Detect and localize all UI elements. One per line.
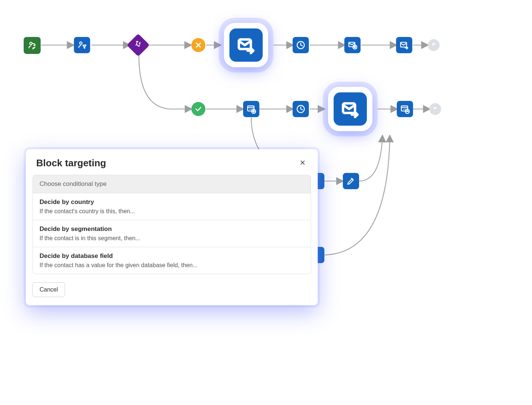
highlight-send-email-bot[interactable] <box>328 87 372 131</box>
option-subtitle: If the contact is in this segment, then.… <box>40 235 304 242</box>
node-wait-top[interactable] <box>293 37 309 53</box>
node-web-remove[interactable] <box>397 101 413 117</box>
web-remove-icon <box>400 104 410 114</box>
node-cancel-mail[interactable] <box>344 37 361 53</box>
close-button[interactable] <box>298 158 307 169</box>
option-decide-by-database-field[interactable]: Decide by database field If the contact … <box>33 247 311 274</box>
node-web-add[interactable] <box>243 101 259 117</box>
mail-send-icon <box>236 35 256 55</box>
flag-icon <box>431 42 437 48</box>
option-title: Decide by country <box>40 198 304 206</box>
mail-cancel-icon <box>348 40 357 50</box>
cancel-button[interactable]: Cancel <box>33 282 65 297</box>
highlight-send-email-top[interactable] <box>224 23 268 67</box>
group-header: Choose conditional type <box>33 175 311 193</box>
block-targeting-modal: Block targeting Choose conditional type … <box>26 149 318 305</box>
end-marker-top <box>428 39 440 51</box>
check-icon <box>194 105 202 113</box>
modal-title: Block targeting <box>36 157 106 169</box>
node-edit-field[interactable] <box>343 173 359 189</box>
contact-sync-icon <box>27 41 37 50</box>
option-title: Decide by segmentation <box>40 225 304 233</box>
option-title: Decide by database field <box>40 252 304 260</box>
clock-icon <box>296 104 306 114</box>
option-decide-by-segmentation[interactable]: Decide by segmentation If the contact is… <box>33 220 311 247</box>
flag-icon <box>432 106 438 112</box>
decision-node[interactable] <box>127 34 150 57</box>
branch-no[interactable] <box>191 38 205 52</box>
decision-icon <box>134 40 143 49</box>
node-hidden-block-a[interactable] <box>317 173 324 189</box>
clock-icon <box>296 40 306 50</box>
web-add-icon <box>246 104 256 114</box>
edit-icon <box>346 176 356 186</box>
contact-filter-icon <box>77 40 87 50</box>
start-node-contact-sync[interactable] <box>24 37 41 54</box>
option-subtitle: If the contact's country is this, then..… <box>40 208 304 215</box>
option-decide-by-country[interactable]: Decide by country If the contact's count… <box>33 193 311 220</box>
node-hidden-block-b[interactable] <box>317 247 324 263</box>
branch-yes[interactable] <box>191 102 205 116</box>
node-contact-filter[interactable] <box>74 37 90 53</box>
option-subtitle: If the contact has a value for the given… <box>40 262 304 269</box>
end-marker-bot <box>429 103 441 115</box>
workflow-canvas: www www <box>0 0 532 405</box>
mail-send-icon <box>399 40 409 50</box>
node-send-email-top[interactable] <box>396 37 412 53</box>
node-wait-bot[interactable] <box>293 101 309 117</box>
close-icon <box>299 159 306 166</box>
mail-send-icon <box>341 99 360 119</box>
close-icon <box>194 41 202 49</box>
conditional-type-group: Choose conditional type Decide by countr… <box>33 175 311 274</box>
